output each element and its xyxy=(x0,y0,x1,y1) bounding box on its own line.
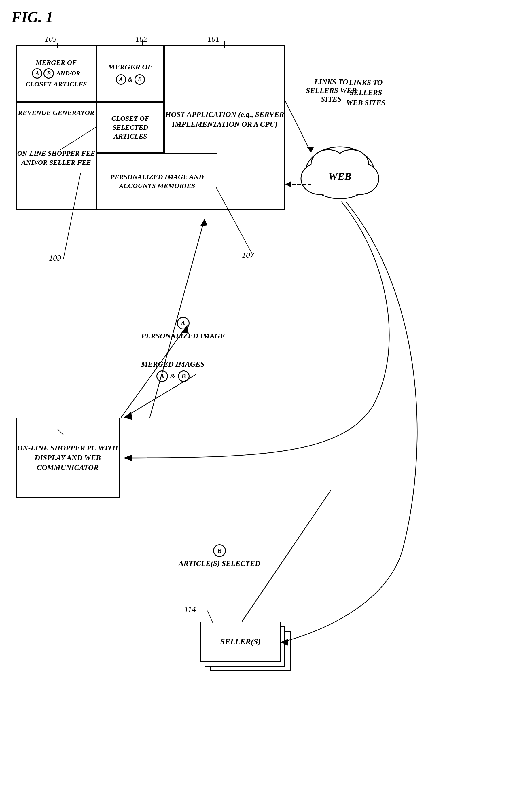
svg-point-6 xyxy=(305,147,375,199)
on-line-fee-text: ON-LINE SHOPPER FEE AND/OR SELLER FEE xyxy=(17,149,96,167)
merger-ab-text: MERGER OF xyxy=(108,62,153,72)
circle-b-merger: B xyxy=(134,74,145,85)
sellers-box-front: SELLER(S) xyxy=(200,621,281,662)
revenue-generator-text: REVENUE GENERATOR xyxy=(18,108,94,117)
on-line-fee-box: ON-LINE SHOPPER FEE AND/OR SELLER FEE xyxy=(16,122,96,194)
svg-line-5 xyxy=(216,187,253,256)
circle-a-image: A PERSONALIZED IMAGE xyxy=(141,317,225,341)
merger-ab-box: MERGER OF A & B xyxy=(96,45,164,102)
svg-marker-21 xyxy=(285,181,291,187)
figure-title: FIG. 1 xyxy=(12,8,53,26)
circle-a-merger: A xyxy=(116,74,126,85)
ref-109: 109 xyxy=(49,253,61,263)
article-selected-label: ARTICLE(S) SELECTED xyxy=(178,559,260,568)
ref-101: 101 xyxy=(207,35,220,44)
circle-a-closet: A xyxy=(32,68,42,79)
links-sellers-label: LINKS TO SELLERS WEB SITES xyxy=(302,78,360,104)
circle-b-article: B ARTICLE(S) SELECTED xyxy=(178,544,260,568)
personalized-memories-text: PERSONALIZED IMAGE AND ACCOUNTS MEMORIES xyxy=(97,173,216,190)
closet-articles-text: CLOSET OF SELECTED ARTICLES xyxy=(97,114,163,141)
online-shopper-box: ON-LINE SHOPPER PC WITH DISPLAY AND WEB … xyxy=(16,418,119,498)
svg-line-18 xyxy=(285,101,311,153)
personalized-memories-box: PERSONALIZED IMAGE AND ACCOUNTS MEMORIES xyxy=(96,153,217,210)
svg-marker-22 xyxy=(124,455,133,461)
revenue-generator-box: REVENUE GENERATOR xyxy=(16,102,96,122)
closet-articles-box: CLOSET OF SELECTED ARTICLES xyxy=(96,102,164,153)
host-application-text: HOST APPLICATION (e.g., SERVER IMPLEMENT… xyxy=(165,110,284,129)
circle-b-merged: B xyxy=(178,370,190,382)
merged-images-label: MERGED IMAGES xyxy=(141,360,205,369)
svg-text:WEB: WEB xyxy=(328,171,352,182)
circle-a-img-label: A xyxy=(177,317,190,329)
ref-103: 103 xyxy=(45,35,57,44)
svg-point-8 xyxy=(341,163,379,194)
merged-images-group: MERGED IMAGES A & B xyxy=(141,360,205,382)
sellers-text: SELLER(S) xyxy=(220,636,261,647)
svg-point-13 xyxy=(342,167,375,193)
merger-closet-sub: CLOSET ARTICLES xyxy=(25,80,87,89)
circle-b-art-label: B xyxy=(213,544,226,557)
ref-107: 107 xyxy=(242,251,254,260)
circle-b-closet: B xyxy=(43,68,54,79)
svg-point-10 xyxy=(334,150,369,178)
svg-point-7 xyxy=(301,163,339,194)
svg-marker-19 xyxy=(307,147,314,153)
merger-closet-box: MERGER OF A B AND/OR CLOSET ARTICLES xyxy=(16,45,96,102)
circle-a-merged: A xyxy=(156,370,168,382)
svg-point-9 xyxy=(311,150,346,178)
svg-marker-27 xyxy=(124,412,133,420)
svg-point-12 xyxy=(304,167,338,193)
personalized-image-label: PERSONALIZED IMAGE xyxy=(141,332,225,341)
ref-102: 102 xyxy=(135,35,148,44)
online-shopper-text: ON-LINE SHOPPER PC WITH DISPLAY AND WEB … xyxy=(17,443,119,472)
svg-point-11 xyxy=(307,154,373,197)
ref-114: 114 xyxy=(184,605,196,614)
svg-marker-31 xyxy=(200,219,207,226)
merger-closet-text: MERGER OF xyxy=(25,58,87,67)
